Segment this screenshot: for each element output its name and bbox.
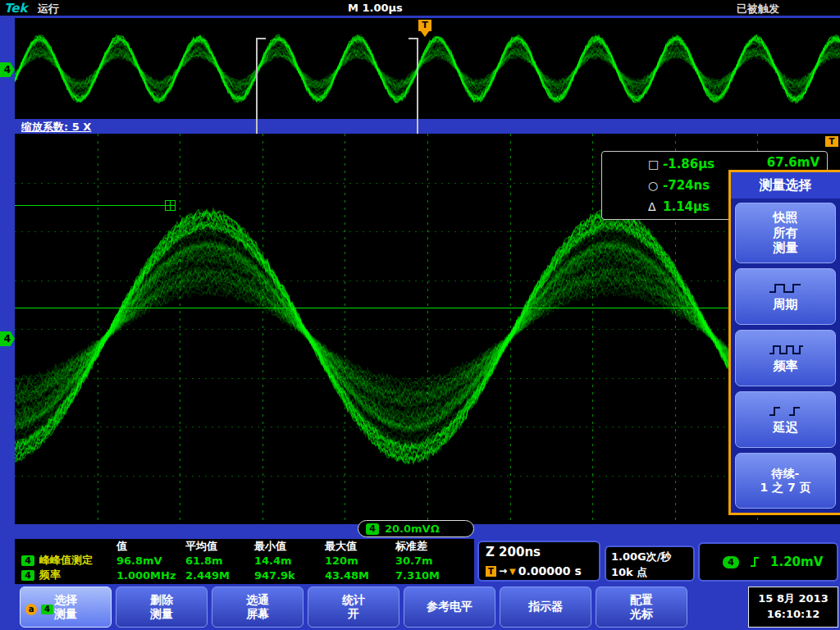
zoom-factor-label: 缩放系数: 5 X: [21, 120, 91, 135]
menu-item-frequency-label: 频率: [774, 358, 798, 374]
measurement-select-menu: 测量选择 快照 所有 测量 周期 频率 延迟 待续- 1 之 7 页: [728, 170, 840, 515]
bottom-menu-reference-levels[interactable]: 参考电平: [404, 587, 495, 628]
time-readout: 16:10:12: [767, 607, 820, 623]
trigger-status-label: 已被触发: [737, 2, 779, 16]
bottom-menu-gating[interactable]: 选通 屏幕: [212, 587, 304, 628]
menu-item-delay[interactable]: 延迟: [735, 391, 836, 448]
trigger-position-value: 0.00000 s: [518, 564, 582, 578]
menu-item-period-label: 周期: [774, 297, 798, 313]
main-timebase-readout: M 1.00µs: [348, 2, 403, 14]
cursor-delta-row: Δ 1.14µs: [648, 198, 710, 216]
col-header-max: 最大值: [325, 539, 395, 554]
bottom-menu-configure-cursors[interactable]: 配置 光标: [596, 587, 687, 628]
measurement-min: 947.9k: [254, 569, 325, 582]
top-status-bar: Tek 运行 M 1.00µs 已被触发: [0, 0, 840, 16]
measurement-max: 43.48M: [325, 569, 395, 582]
bottom-menu-indicators[interactable]: 指示器: [500, 587, 591, 628]
cursor1-row: □ -1.86µs: [648, 155, 714, 173]
menu-item-more-pages[interactable]: 待续- 1 之 7 页: [735, 453, 836, 509]
zoom-timebase-box: Z 200ns T → ▼ 0.00000 s: [477, 541, 600, 582]
channel-scale-pill: 4 20.0mVΩ: [358, 520, 474, 537]
frequency-waveform-icon: [767, 343, 805, 356]
zoom-timebase-readout: Z 200ns: [486, 545, 541, 559]
sample-rate-readout: 1.00G次/秒: [611, 549, 688, 564]
period-waveform-icon: [767, 281, 805, 294]
measurement-value: 1.000MHz: [116, 569, 185, 582]
marker-down-icon: ▼: [509, 567, 516, 576]
trigger-position-flag-icon: T: [418, 20, 431, 31]
trigger-position-row: T → ▼ 0.00000 s: [486, 564, 582, 578]
channel-4-badge-overview: 4: [0, 62, 15, 77]
selected-button-badges: a 4: [25, 604, 53, 615]
menu-item-frequency[interactable]: 频率: [735, 330, 836, 386]
channel-4-badge-main: 4: [0, 331, 15, 346]
measurement-mean: 61.8m: [185, 555, 254, 567]
bottom-menu-remove-measurement[interactable]: 删除 测量: [116, 587, 208, 628]
datetime-box: 15 8月 2013 16:10:12: [748, 587, 838, 628]
trigger-t-icon: T: [486, 566, 496, 577]
tek-logo: Tek: [4, 1, 27, 16]
channel-4-badge-menu: 4: [41, 605, 53, 614]
measurement-table: 值 平均值 最小值 最大值 标准差 4 峰峰值测定 96.8mV 61.8m 1…: [15, 539, 474, 584]
menu-body: 快照 所有 测量 周期 频率 延迟 待续- 1 之 7 页: [731, 199, 840, 513]
cursor1-value: -1.86µs: [663, 157, 714, 171]
cursor1-square-icon: □: [648, 158, 663, 171]
measurement-name: 频率: [39, 568, 116, 582]
channel-scale-value: 20.0mVΩ: [385, 523, 440, 535]
rising-edge-icon: [749, 555, 760, 568]
menu-item-snapshot[interactable]: 快照 所有 测量: [735, 203, 836, 263]
menu-item-delay-label: 延迟: [774, 420, 798, 436]
col-header-min: 最小值: [254, 539, 325, 554]
channel-4-badge-row: 4: [21, 570, 34, 581]
measurement-value: 96.8mV: [116, 555, 185, 567]
measurement-stddev: 30.7m: [395, 555, 459, 567]
channel-4-badge-row: 4: [21, 555, 34, 566]
zoom-window-left-bracket: [256, 38, 266, 136]
channel-4-badge-trigger: 4: [723, 556, 739, 568]
arrow-right-icon: →: [499, 565, 507, 577]
run-status-label: 运行: [38, 2, 59, 16]
trigger-corner-flag-icon: T: [825, 136, 838, 147]
cursor2-circle-icon: ○: [648, 179, 663, 192]
cursor2-value: -724ns: [663, 178, 710, 193]
trigger-level-readout: 1.20mV: [770, 555, 823, 569]
delay-edges-icon: [767, 404, 805, 418]
bottom-menu-statistics[interactable]: 统计 开: [308, 587, 399, 628]
measurement-max: 120m: [325, 555, 395, 567]
channel-4-badge-scale: 4: [366, 523, 379, 535]
date-readout: 15 8月 2013: [758, 591, 828, 607]
col-header-value: 值: [116, 539, 185, 554]
menu-item-period[interactable]: 周期: [735, 268, 836, 325]
trigger-readout-box: 4 1.20mV: [698, 542, 838, 582]
col-header-stddev: 标准差: [395, 539, 459, 554]
delta-icon: Δ: [648, 200, 663, 213]
measurement-min: 14.4m: [254, 555, 325, 567]
cursor2-row: ○ -724ns: [648, 176, 710, 194]
acquisition-box: 1.00G次/秒 10k 点: [605, 546, 695, 582]
menu-title: 测量选择: [731, 172, 840, 199]
col-header-mean: 平均值: [185, 539, 254, 554]
measurement-mean: 2.449M: [185, 569, 254, 582]
cursor-delta-value: 1.14µs: [663, 199, 710, 214]
multipurpose-a-badge: a: [25, 604, 37, 615]
record-length-readout: 10k 点: [611, 564, 688, 580]
measurement-name: 峰峰值测定: [39, 553, 116, 568]
zoom-window-right-bracket: [409, 38, 418, 136]
measurement-stddev: 7.310M: [395, 569, 459, 582]
cursor-level-readout: 67.6mV: [767, 155, 819, 170]
